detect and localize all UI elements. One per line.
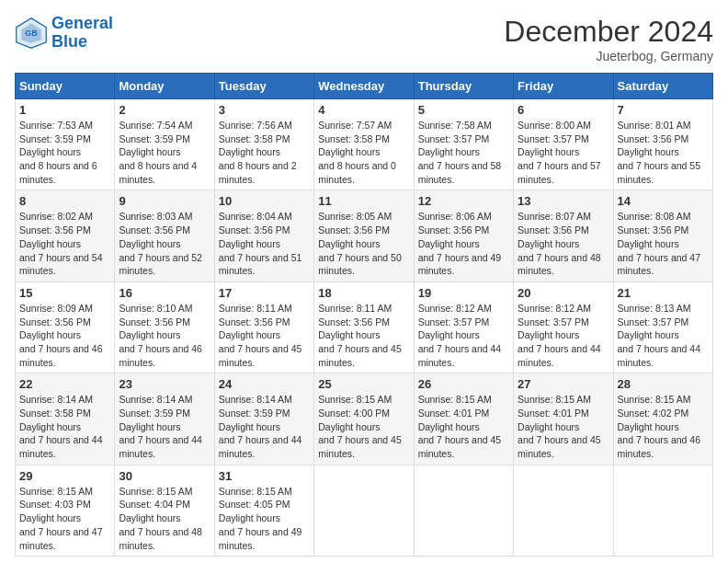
calendar-cell: 20 Sunrise: 8:12 AM Sunset: 3:57 PM Dayl… bbox=[514, 282, 613, 373]
day-number: 9 bbox=[119, 194, 210, 208]
location-subtitle: Jueterbog, Germany bbox=[504, 49, 713, 63]
day-number: 1 bbox=[19, 103, 110, 117]
day-info: Sunrise: 7:56 AM Sunset: 3:58 PM Dayligh… bbox=[219, 119, 310, 186]
calendar-cell: 31 Sunrise: 8:15 AM Sunset: 4:05 PM Dayl… bbox=[214, 465, 313, 556]
day-info: Sunrise: 8:08 AM Sunset: 3:56 PM Dayligh… bbox=[618, 210, 709, 277]
calendar-cell: 25 Sunrise: 8:15 AM Sunset: 4:00 PM Dayl… bbox=[314, 373, 414, 465]
day-number: 31 bbox=[219, 469, 310, 483]
day-number: 19 bbox=[418, 286, 509, 300]
day-number: 23 bbox=[119, 377, 210, 391]
calendar-cell: 13 Sunrise: 8:07 AM Sunset: 3:56 PM Dayl… bbox=[514, 190, 613, 282]
calendar-week-1: 1 Sunrise: 7:53 AM Sunset: 3:59 PM Dayli… bbox=[16, 99, 713, 190]
weekday-header-thursday: Thursday bbox=[414, 74, 513, 99]
day-info: Sunrise: 8:12 AM Sunset: 3:57 PM Dayligh… bbox=[418, 302, 509, 369]
weekday-header-wednesday: Wednesday bbox=[314, 74, 414, 99]
day-info: Sunrise: 7:54 AM Sunset: 3:59 PM Dayligh… bbox=[119, 119, 210, 186]
calendar-cell: 8 Sunrise: 8:02 AM Sunset: 3:56 PM Dayli… bbox=[16, 190, 115, 282]
calendar-cell: 10 Sunrise: 8:04 AM Sunset: 3:56 PM Dayl… bbox=[214, 190, 313, 282]
calendar-cell: 16 Sunrise: 8:10 AM Sunset: 3:56 PM Dayl… bbox=[115, 282, 214, 373]
weekday-header-tuesday: Tuesday bbox=[214, 74, 313, 99]
calendar-week-4: 22 Sunrise: 8:14 AM Sunset: 3:58 PM Dayl… bbox=[16, 373, 713, 465]
day-info: Sunrise: 8:15 AM Sunset: 4:05 PM Dayligh… bbox=[219, 485, 310, 552]
calendar-cell: 30 Sunrise: 8:15 AM Sunset: 4:04 PM Dayl… bbox=[115, 465, 214, 556]
calendar-cell: 19 Sunrise: 8:12 AM Sunset: 3:57 PM Dayl… bbox=[414, 282, 513, 373]
calendar-cell: 11 Sunrise: 8:05 AM Sunset: 3:56 PM Dayl… bbox=[314, 190, 414, 282]
calendar-cell: 26 Sunrise: 8:15 AM Sunset: 4:01 PM Dayl… bbox=[414, 373, 513, 465]
day-number: 14 bbox=[618, 194, 709, 208]
day-number: 10 bbox=[219, 194, 310, 208]
day-info: Sunrise: 8:05 AM Sunset: 3:56 PM Dayligh… bbox=[318, 210, 409, 277]
day-number: 26 bbox=[418, 377, 509, 391]
day-number: 25 bbox=[318, 377, 409, 391]
calendar-cell: 1 Sunrise: 7:53 AM Sunset: 3:59 PM Dayli… bbox=[16, 99, 115, 190]
calendar-cell: 27 Sunrise: 8:15 AM Sunset: 4:01 PM Dayl… bbox=[514, 373, 613, 465]
day-number: 3 bbox=[219, 103, 310, 117]
day-number: 6 bbox=[518, 103, 609, 117]
calendar-cell: 9 Sunrise: 8:03 AM Sunset: 3:56 PM Dayli… bbox=[115, 190, 214, 282]
day-number: 13 bbox=[518, 194, 609, 208]
svg-text:GB: GB bbox=[25, 28, 38, 37]
logo-line2: Blue bbox=[51, 32, 87, 51]
day-info: Sunrise: 8:00 AM Sunset: 3:57 PM Dayligh… bbox=[518, 119, 609, 186]
day-number: 28 bbox=[618, 377, 709, 391]
day-info: Sunrise: 8:14 AM Sunset: 3:58 PM Dayligh… bbox=[19, 393, 110, 460]
day-number: 21 bbox=[618, 286, 709, 300]
day-info: Sunrise: 8:06 AM Sunset: 3:56 PM Dayligh… bbox=[418, 210, 509, 277]
day-info: Sunrise: 8:15 AM Sunset: 4:02 PM Dayligh… bbox=[618, 393, 709, 460]
calendar-cell: 23 Sunrise: 8:14 AM Sunset: 3:59 PM Dayl… bbox=[115, 373, 214, 465]
day-number: 2 bbox=[119, 103, 210, 117]
day-number: 15 bbox=[19, 286, 110, 300]
day-info: Sunrise: 8:04 AM Sunset: 3:56 PM Dayligh… bbox=[219, 210, 310, 277]
day-info: Sunrise: 7:53 AM Sunset: 3:59 PM Dayligh… bbox=[19, 119, 110, 186]
day-info: Sunrise: 7:58 AM Sunset: 3:57 PM Dayligh… bbox=[418, 119, 509, 186]
day-number: 20 bbox=[518, 286, 609, 300]
day-info: Sunrise: 8:13 AM Sunset: 3:57 PM Dayligh… bbox=[618, 302, 709, 369]
day-info: Sunrise: 8:11 AM Sunset: 3:56 PM Dayligh… bbox=[219, 302, 310, 369]
day-info: Sunrise: 8:09 AM Sunset: 3:56 PM Dayligh… bbox=[19, 302, 110, 369]
calendar-cell: 7 Sunrise: 8:01 AM Sunset: 3:56 PM Dayli… bbox=[613, 99, 712, 190]
day-info: Sunrise: 8:07 AM Sunset: 3:56 PM Dayligh… bbox=[518, 210, 609, 277]
day-number: 4 bbox=[318, 103, 409, 117]
day-info: Sunrise: 8:14 AM Sunset: 3:59 PM Dayligh… bbox=[119, 393, 210, 460]
calendar-cell: 24 Sunrise: 8:14 AM Sunset: 3:59 PM Dayl… bbox=[214, 373, 313, 465]
day-info: Sunrise: 8:01 AM Sunset: 3:56 PM Dayligh… bbox=[618, 119, 709, 186]
calendar-cell: 2 Sunrise: 7:54 AM Sunset: 3:59 PM Dayli… bbox=[115, 99, 214, 190]
day-info: Sunrise: 8:12 AM Sunset: 3:57 PM Dayligh… bbox=[518, 302, 609, 369]
weekday-header-saturday: Saturday bbox=[613, 74, 712, 99]
page-header: GB General Blue December 2024 Jueterbog,… bbox=[15, 15, 713, 63]
calendar-cell: 14 Sunrise: 8:08 AM Sunset: 3:56 PM Dayl… bbox=[613, 190, 712, 282]
day-info: Sunrise: 8:15 AM Sunset: 4:03 PM Dayligh… bbox=[19, 485, 110, 552]
calendar-cell bbox=[414, 465, 513, 556]
day-number: 18 bbox=[318, 286, 409, 300]
calendar-cell: 12 Sunrise: 8:06 AM Sunset: 3:56 PM Dayl… bbox=[414, 190, 513, 282]
logo-icon: GB bbox=[15, 17, 48, 50]
calendar-cell: 17 Sunrise: 8:11 AM Sunset: 3:56 PM Dayl… bbox=[214, 282, 313, 373]
calendar-cell: 4 Sunrise: 7:57 AM Sunset: 3:58 PM Dayli… bbox=[314, 99, 414, 190]
calendar-cell: 29 Sunrise: 8:15 AM Sunset: 4:03 PM Dayl… bbox=[16, 465, 115, 556]
day-number: 22 bbox=[19, 377, 110, 391]
day-number: 30 bbox=[119, 469, 210, 483]
day-number: 8 bbox=[19, 194, 110, 208]
day-number: 17 bbox=[219, 286, 310, 300]
title-block: December 2024 Jueterbog, Germany bbox=[504, 15, 713, 63]
day-number: 27 bbox=[518, 377, 609, 391]
calendar-cell bbox=[314, 465, 414, 556]
day-number: 24 bbox=[219, 377, 310, 391]
calendar-cell: 3 Sunrise: 7:56 AM Sunset: 3:58 PM Dayli… bbox=[214, 99, 313, 190]
calendar-week-5: 29 Sunrise: 8:15 AM Sunset: 4:03 PM Dayl… bbox=[16, 465, 713, 556]
calendar-cell: 22 Sunrise: 8:14 AM Sunset: 3:58 PM Dayl… bbox=[16, 373, 115, 465]
calendar-cell bbox=[613, 465, 712, 556]
day-number: 7 bbox=[618, 103, 709, 117]
calendar-cell: 28 Sunrise: 8:15 AM Sunset: 4:02 PM Dayl… bbox=[613, 373, 712, 465]
calendar-cell: 21 Sunrise: 8:13 AM Sunset: 3:57 PM Dayl… bbox=[613, 282, 712, 373]
weekday-header-friday: Friday bbox=[514, 74, 613, 99]
day-info: Sunrise: 8:14 AM Sunset: 3:59 PM Dayligh… bbox=[219, 393, 310, 460]
logo-line1: General bbox=[51, 14, 113, 32]
calendar-cell bbox=[514, 465, 613, 556]
day-number: 5 bbox=[418, 103, 509, 117]
calendar-cell: 5 Sunrise: 7:58 AM Sunset: 3:57 PM Dayli… bbox=[414, 99, 513, 190]
weekday-header-monday: Monday bbox=[115, 74, 214, 99]
day-number: 12 bbox=[418, 194, 509, 208]
day-info: Sunrise: 8:10 AM Sunset: 3:56 PM Dayligh… bbox=[119, 302, 210, 369]
calendar-week-3: 15 Sunrise: 8:09 AM Sunset: 3:56 PM Dayl… bbox=[16, 282, 713, 373]
